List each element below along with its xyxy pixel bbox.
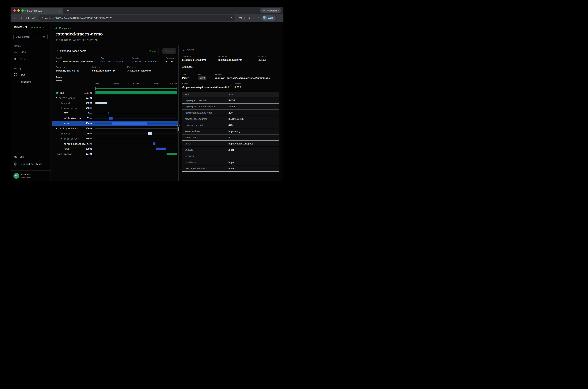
caret-down-icon[interactable] — [56, 97, 57, 98]
sidebar-item-events[interactable]: Events — [13, 56, 48, 63]
span-bar[interactable] — [167, 153, 177, 155]
close-tab-icon[interactable]: × — [58, 9, 61, 13]
attribute-row: url.scheme https — [182, 159, 279, 165]
chevron-down-icon[interactable] — [56, 50, 58, 52]
chevron-down-icon[interactable] — [182, 49, 185, 51]
attribute-row: server.address httpbin.org — [182, 128, 279, 134]
sidebar-item-functions[interactable]: Functions — [13, 78, 48, 85]
span-bar[interactable] — [108, 112, 109, 114]
span-timeline-track — [95, 151, 177, 157]
environment-select-value: Development — [16, 35, 30, 38]
tab-trace[interactable]: Trace — [56, 76, 62, 81]
code-icon — [13, 173, 19, 179]
run-id-value: 01KJXTWA35SA8D2MCQF7BXYD70 — [56, 60, 101, 63]
attribute-value: POST — [228, 99, 279, 102]
attribute-row: url.path /post — [182, 147, 279, 153]
attribute-value: POST — [228, 105, 279, 108]
bookmark-star-icon[interactable] — [229, 15, 234, 21]
trace-panel: extended-traces-demo Rerun Cancel Run ID… — [52, 45, 178, 181]
profile-chip[interactable]: Work — [262, 15, 275, 21]
span-name: Inngest — [61, 132, 70, 135]
attribute-row: http.request.method POST — [182, 97, 279, 103]
sidebar-item-help-and-feedback[interactable]: Help and Feedback — [13, 161, 48, 167]
minimap-left-cap — [95, 87, 96, 90]
span-name: Finalization — [56, 153, 72, 155]
span-bar[interactable] — [148, 132, 152, 135]
trace-row-validate-order[interactable]: validate-order51ms — [52, 116, 178, 121]
browser-tab[interactable]: Inngest Server × — [21, 8, 63, 14]
rerun-button[interactable]: Rerun — [146, 48, 159, 54]
trace-row-inngest[interactable]: Inngest149ms — [52, 100, 178, 105]
attribute-key: url.path — [185, 148, 228, 151]
reload-button[interactable] — [25, 15, 30, 21]
span-timeline-track — [95, 95, 177, 100]
extensions-icon[interactable] — [237, 15, 243, 21]
span-ended-label: Ended at — [218, 55, 258, 58]
apps-icon — [14, 73, 17, 76]
span-bar[interactable] — [109, 117, 113, 120]
trace-row-your-server[interactable]: Your server186ms — [52, 136, 178, 141]
span-name: Run — [60, 92, 64, 94]
trace-row-finalization[interactable]: Finalization137ms — [52, 151, 178, 157]
axis-tick-label: 268ms — [113, 83, 119, 85]
trace-row-get[interactable]: GET5ms — [52, 111, 178, 116]
sidebar-item-apps[interactable]: Apps — [13, 71, 48, 78]
trace-row-inngest[interactable]: Inngest50ms — [52, 131, 178, 136]
url-text[interactable]: localhost:8288/run?runID=01KJXTWA35SA8D2… — [45, 17, 227, 19]
caret-down-icon[interactable] — [56, 128, 57, 129]
function-label: Function — [132, 57, 166, 59]
trace-row-notify-webhook[interactable]: notify-webhook236ms — [52, 126, 178, 131]
maximize-window-button[interactable] — [22, 9, 24, 12]
span-bar[interactable] — [156, 148, 166, 150]
window-controls — [13, 9, 24, 12]
new-tab-button[interactable]: + — [65, 8, 70, 13]
trace-waterfall: 0ms268ms536ms804ms1.073s Run1.073screate… — [52, 81, 178, 181]
trace-row-post[interactable]: POST454ms — [52, 121, 178, 126]
trace-row-your-server[interactable]: Your server548ms — [52, 105, 178, 111]
attribute-row: http.request.method_original POST — [182, 103, 279, 110]
indent-guide — [57, 131, 57, 136]
queued-at-label: Queued at — [56, 66, 91, 68]
attribute-value: -- — [228, 155, 279, 157]
close-window-button[interactable] — [13, 9, 16, 12]
attribute-value: 200 — [228, 111, 279, 114]
caret-down-icon[interactable] — [61, 138, 62, 139]
browser-menu-icon[interactable] — [276, 15, 282, 21]
function-link[interactable]: extended-traces-demo — [132, 60, 166, 63]
profile-label: Work — [268, 17, 273, 19]
forward-button[interactable] — [19, 15, 24, 21]
trace-row-post[interactable]: POST129ms — [52, 146, 178, 151]
sidebar-item-settings[interactable]: Settings Dev Server — [11, 170, 51, 181]
panel-resize-handle[interactable] — [177, 125, 180, 133]
environment-select[interactable]: Development — [13, 34, 48, 40]
axis-tick-label: 1.073s — [170, 83, 177, 85]
url-bar[interactable]: localhost:8288/run?runID=01KJXTWA35SA8D2… — [38, 15, 235, 21]
span-timeline-track — [95, 136, 177, 141]
span-bar[interactable] — [112, 122, 147, 125]
ask-gemini-button[interactable]: Ask Gemini — [260, 8, 281, 13]
home-button[interactable] — [31, 15, 36, 21]
chevron-updown-icon — [43, 36, 45, 38]
caret-down-icon[interactable] — [61, 107, 62, 109]
app-link[interactable]: trace-docs-examples — [101, 60, 132, 63]
trace-row-run[interactable]: Run1.073s — [52, 90, 178, 95]
sidebar-item-runs[interactable]: Runs — [13, 48, 48, 56]
sidebar-item-mcp[interactable]: MCP — [13, 153, 48, 161]
attribute-row: url.full https://httpbin.org/post — [182, 141, 279, 147]
timeline-minimap[interactable] — [52, 87, 178, 90]
site-info-icon[interactable] — [40, 17, 43, 19]
kind-badge: client — [198, 76, 206, 80]
span-bar[interactable] — [95, 91, 177, 95]
back-button[interactable] — [12, 15, 18, 21]
download-icon[interactable] — [255, 15, 261, 21]
span-bar[interactable] — [95, 102, 107, 104]
minimize-window-button[interactable] — [17, 9, 20, 12]
reading-mode-icon[interactable] — [246, 15, 252, 21]
cancel-button[interactable]: Cancel — [162, 48, 176, 54]
span-duration: 454ms — [86, 122, 92, 125]
span-name: validate-order — [64, 117, 83, 120]
span-bar[interactable] — [153, 142, 155, 145]
tab-attributes[interactable]: Attributes — [182, 65, 193, 70]
trace-row-format-notifica-[interactable]: format-notifica…31ms — [52, 141, 178, 146]
trace-row-create-order[interactable]: create-order697ms — [52, 95, 178, 100]
